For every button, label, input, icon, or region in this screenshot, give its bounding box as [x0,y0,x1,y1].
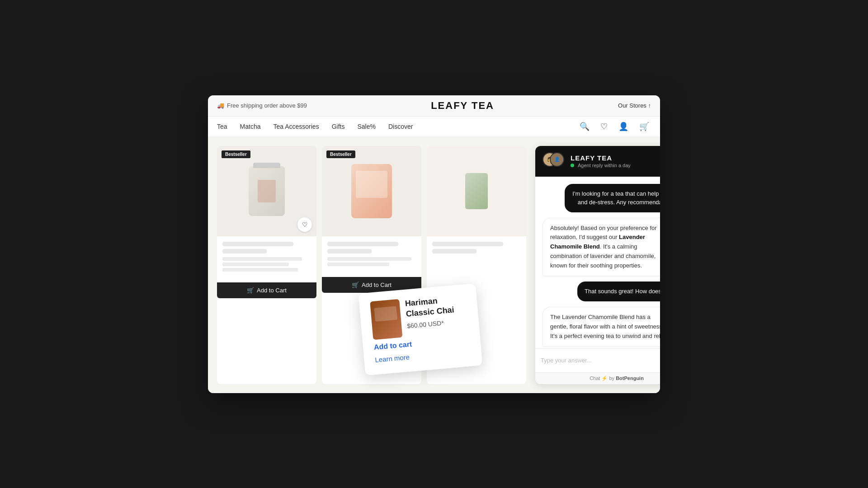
truck-icon: 🚚 [217,102,224,109]
chat-header: 👩 👤 LEAFY TEA Agent reply within a day ⋮… [535,146,660,177]
user-icon: 👤 [618,122,628,131]
product-name-placeholder-3 [432,242,503,246]
product-image-3 [427,146,526,236]
popup-tin-label [374,306,397,321]
add-to-cart-1[interactable]: 🛒 Add to Cart [217,282,316,298]
browser-window: 🚚 Free shipping order above $99 LEAFY TE… [208,95,660,393]
chat-input-area: 😊 ➤ [535,348,660,372]
product-info-1 [217,236,316,279]
wishlist-button[interactable]: ♡ [599,120,609,133]
cart-icon-btn: 🛒 [247,287,254,294]
tin-label [258,180,276,202]
chat-status-text: Agent reply within a day [578,163,631,168]
popup-product-name: Hariman Classic Chai [405,293,467,319]
nav-icons: 🔍 ♡ 👤 🛒 [578,120,651,133]
tin-decoration [356,171,387,198]
product-name-placeholder-1 [222,242,293,246]
tea-tin-2 [351,164,392,218]
wishlist-product-1[interactable]: ♡ [297,217,312,232]
detail-line [222,257,302,261]
nav-bar: Tea Matcha Tea Accessories Gifts Sale% D… [208,117,660,137]
product-image-2 [322,146,421,236]
lightning-icon: ⚡ [601,375,608,381]
product-info-3 [427,236,526,261]
heart-icon: ♡ [600,122,608,131]
product-image-1: ♡ [217,146,316,236]
search-icon: 🔍 [580,122,590,131]
heart-icon-small: ♡ [302,221,308,228]
chat-footer: Chat ⚡ by BotPenguin [535,372,660,384]
online-indicator [571,164,574,167]
bestseller-badge-2: Bestseller [326,150,355,158]
agent-avatar-2: 👤 [550,152,564,167]
chat-widget: 👩 👤 LEAFY TEA Agent reply within a day ⋮… [535,146,660,384]
nav-link-tea-accessories[interactable]: Tea Accessories [274,123,319,130]
popup-product-details: Hariman Classic Chai $60.00 USD* [405,293,469,337]
stores-text: Our Stores ↑ [618,102,651,109]
detail-line [327,257,411,261]
product-popup: Hariman Classic Chai $60.00 USD* Add to … [359,283,483,375]
chat-messages: I'm looking for a tea that can help me r… [535,177,660,348]
top-bar: 🚚 Free shipping order above $99 LEAFY TE… [208,95,660,117]
product-price-placeholder-2 [327,249,372,253]
product-details-2 [327,257,416,266]
chat-footer-text: Chat ⚡ by BotPenguin [590,375,644,381]
chat-header-info: LEAFY TEA Agent reply within a day [571,154,659,168]
product-price-placeholder-1 [222,249,267,253]
botpenguin-link[interactable]: BotPenguin [616,375,644,381]
tea-tin-illustration-1 [249,166,285,216]
chat-status: Agent reply within a day [571,163,659,168]
nav-link-discover[interactable]: Discover [388,123,413,130]
cart-icon: 🛒 [639,122,649,131]
account-button[interactable]: 👤 [617,120,630,133]
site-title: LEAFY TEA [431,100,494,112]
nav-link-gifts[interactable]: Gifts [332,123,345,130]
stores-link[interactable]: Our Stores ↑ [618,102,651,109]
agent-message-2: The Lavender Chamomile Blend has a gentl… [542,307,660,347]
nav-link-matcha[interactable]: Matcha [240,123,261,130]
chat-avatar-group: 👩 👤 [542,152,565,170]
detail-line [222,268,298,272]
shipping-text: Free shipping order above $99 [227,102,307,109]
product-info-2 [322,236,421,273]
detail-line [222,263,289,266]
user-message-2: That sounds great! How does it taste? [577,282,660,301]
cart-icon-btn-2: 🛒 [352,282,359,288]
tea-tin-3 [465,173,488,209]
popup-product-image [370,299,402,339]
main-content: Bestseller ♡ [208,137,660,393]
cart-button[interactable]: 🛒 [637,120,651,133]
detail-line [327,263,389,266]
chat-brand-name: LEAFY TEA [571,154,659,162]
nav-link-sale[interactable]: Sale% [357,123,375,130]
products-area: Bestseller ♡ [217,146,526,384]
product-details-1 [222,257,311,272]
search-button[interactable]: 🔍 [578,120,591,133]
chat-input[interactable] [541,357,660,364]
product-card-1: Bestseller ♡ [217,146,316,384]
nav-link-tea[interactable]: Tea [217,123,227,130]
product-name-placeholder-2 [327,242,398,246]
shipping-notice: 🚚 Free shipping order above $99 [217,102,307,109]
nav-links: Tea Matcha Tea Accessories Gifts Sale% D… [217,117,413,136]
product-price-placeholder-3 [432,249,476,253]
agent-message-1: Absolutely! Based on your preference for… [542,218,660,277]
user-message-1: I'm looking for a tea that can help me r… [565,184,660,212]
